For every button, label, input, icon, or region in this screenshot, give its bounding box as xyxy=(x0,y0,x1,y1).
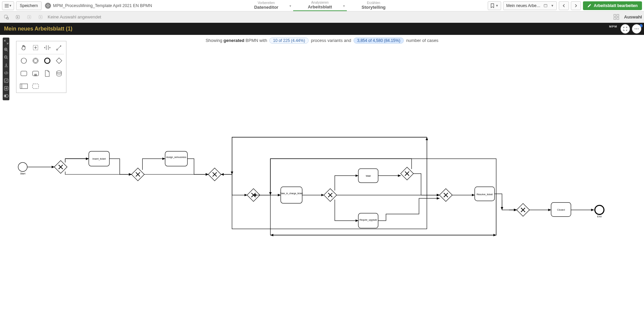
app-title: MPM_ProcessMining_Template April 2021 EN… xyxy=(45,3,152,9)
selections-tool-icon[interactable] xyxy=(613,14,620,20)
bookmark-button[interactable]: ▼ xyxy=(488,1,501,10)
svg-rect-6 xyxy=(4,15,7,18)
selections-label[interactable]: Auswahl xyxy=(624,14,642,19)
selection-message: Keine Auswahl angewendet xyxy=(48,14,101,19)
svg-rect-12 xyxy=(617,14,619,16)
svg-rect-42 xyxy=(281,187,302,203)
app-icon xyxy=(45,3,51,9)
svg-text:Insert_ticket: Insert_ticket xyxy=(92,157,106,160)
smart-search-button[interactable] xyxy=(2,13,11,21)
svg-rect-14 xyxy=(617,17,619,19)
svg-point-0 xyxy=(47,5,47,6)
gateway-2[interactable] xyxy=(131,168,144,181)
svg-rect-5 xyxy=(544,4,547,5)
nav-tabs: Vorbereiten Dateneditor ▾ Analysieren Ar… xyxy=(239,0,400,11)
fullscreen-button[interactable] xyxy=(621,24,630,34)
gateway-5[interactable] xyxy=(324,188,336,201)
end-event[interactable] xyxy=(595,205,604,214)
sheet-header: Mein neues Arbeitsblatt (1) MPM ⋯ xyxy=(0,23,644,35)
next-sheet-button[interactable] xyxy=(571,1,581,10)
task-closed[interactable]: Closed xyxy=(551,203,571,217)
sheet-title: Mein neues Arbeitsblatt (1) xyxy=(4,26,72,32)
edit-sheet-button[interactable]: Arbeitsblatt bearbeiten xyxy=(583,1,642,10)
app-title-text: MPM_ProcessMining_Template April 2021 EN… xyxy=(53,3,152,8)
svg-text:Take_in_charge_ticket: Take_in_charge_ticket xyxy=(280,192,303,195)
clear-selections-button xyxy=(36,13,45,21)
step-back-button[interactable] xyxy=(13,13,22,21)
svg-text:Assign_seriousness: Assign_seriousness xyxy=(166,156,187,159)
svg-text:Closed: Closed xyxy=(557,208,565,211)
end-label: End xyxy=(597,215,601,218)
start-event[interactable] xyxy=(18,162,27,171)
task-insert-ticket[interactable]: Insert_ticket xyxy=(89,151,110,166)
right-toolbar: ▼ Mein neues Arbeitsblat... ▼ Arbeitsbla… xyxy=(488,1,642,10)
svg-point-2 xyxy=(49,5,49,6)
svg-rect-38 xyxy=(165,151,187,166)
start-label: Start xyxy=(20,172,25,175)
svg-rect-11 xyxy=(614,14,616,16)
gateway-3[interactable] xyxy=(208,168,221,181)
gateway-6[interactable] xyxy=(400,167,413,180)
tab-prepare[interactable]: Vorbereiten Dateneditor ▾ xyxy=(239,0,293,11)
top-toolbar: ▼ Speichern MPM_ProcessMining_Template A… xyxy=(0,0,644,11)
selection-bar: Keine Auswahl angewendet Auswahl xyxy=(0,11,644,23)
task-resolve-ticket[interactable]: Resolve_ticket xyxy=(475,187,494,201)
mpm-badge: MPM xyxy=(609,25,617,28)
tab-analyze[interactable]: Analysieren Arbeitsblatt ▾ xyxy=(293,0,347,11)
svg-text:Wait: Wait xyxy=(366,174,371,177)
gateway-1[interactable] xyxy=(54,161,67,173)
inner-loop-box xyxy=(270,159,496,235)
task-assign-seriousness[interactable]: Assign_seriousness xyxy=(165,151,187,166)
context-menu-button[interactable]: ⋯ xyxy=(632,24,641,34)
gateway-8[interactable] xyxy=(517,204,529,216)
gateway-7[interactable] xyxy=(439,188,452,201)
sheet-icon xyxy=(544,4,547,8)
sheet-content: Showing generated BPMN with 10 of 225 (4… xyxy=(0,35,644,324)
save-button[interactable]: Speichern xyxy=(16,1,42,10)
svg-text:Require_upgrade: Require_upgrade xyxy=(360,219,377,221)
chevron-down-icon: ▾ xyxy=(289,4,291,8)
svg-text:Resolve_ticket: Resolve_ticket xyxy=(477,193,493,196)
svg-point-3 xyxy=(48,6,48,7)
prev-sheet-button[interactable] xyxy=(559,1,569,10)
sheet-selector[interactable]: Mein neues Arbeitsblat... ▼ xyxy=(503,1,557,10)
pencil-icon xyxy=(587,3,592,8)
task-wait[interactable]: Wait xyxy=(358,169,378,183)
step-forward-button xyxy=(25,13,34,21)
task-require-upgrade[interactable]: Require_upgrade xyxy=(358,213,378,228)
bpmn-diagram[interactable]: Start Insert_ticket Assign_seriousness xyxy=(0,35,644,324)
outer-loop-box xyxy=(232,137,427,229)
task-take-in-charge[interactable]: Take_in_charge_ticket xyxy=(280,187,303,203)
app-menu-button[interactable]: ▼ xyxy=(2,1,14,10)
svg-point-1 xyxy=(48,4,48,5)
svg-rect-13 xyxy=(614,17,616,19)
chevron-down-icon: ▾ xyxy=(343,4,345,8)
tab-story[interactable]: Erzählen Storytelling xyxy=(347,0,400,11)
